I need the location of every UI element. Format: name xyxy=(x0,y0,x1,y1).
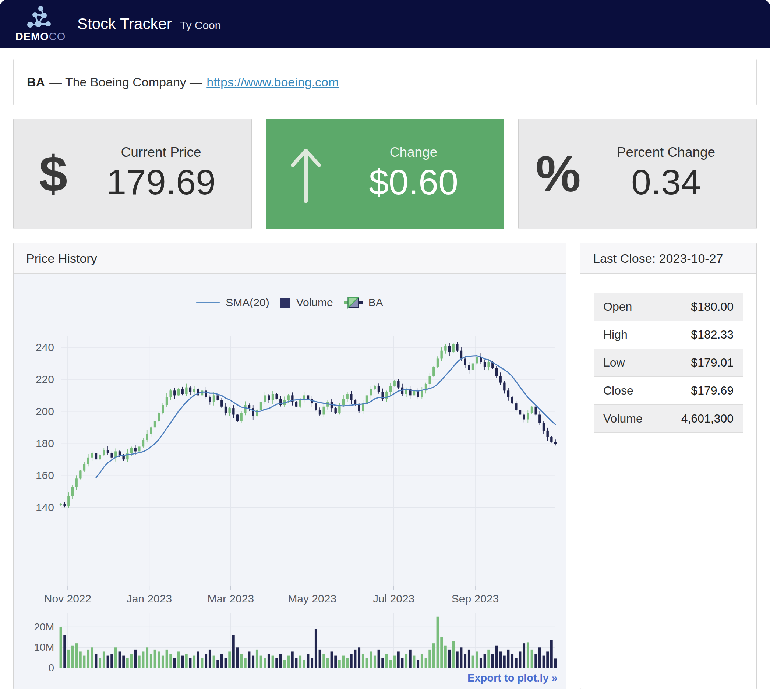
last-close-title: Last Close: 2023-10-27 xyxy=(593,251,723,266)
svg-text:0: 0 xyxy=(48,662,54,674)
candlestick-swatch xyxy=(344,295,362,310)
price-history-header: Price History xyxy=(14,243,566,274)
svg-text:240: 240 xyxy=(36,341,54,353)
change-card: Change $0.60 xyxy=(266,118,504,229)
change-value: $0.60 xyxy=(369,162,458,203)
ticker-bar: BA — The Boeing Company — https://www.bo… xyxy=(13,59,757,105)
page: DEMOCO Stock Tracker Ty Coon BA — The Bo… xyxy=(0,0,770,700)
last-close-panel: Last Close: 2023-10-27 Open $180.00 High… xyxy=(580,243,757,689)
legend-item-ba[interactable]: BA xyxy=(344,295,383,310)
svg-text:May 2023: May 2023 xyxy=(288,593,336,605)
svg-text:140: 140 xyxy=(36,501,54,513)
percent-change-value: 0.34 xyxy=(631,162,701,203)
legend-label-sma: SMA(20) xyxy=(226,296,269,309)
company-url-link[interactable]: https://www.boeing.com xyxy=(207,75,339,89)
table-row-low: Low $179.01 xyxy=(594,349,743,377)
legend-item-volume[interactable]: Volume xyxy=(280,296,333,309)
last-close-header: Last Close: 2023-10-27 xyxy=(581,243,756,274)
svg-text:220: 220 xyxy=(36,373,54,385)
legend-item-sma[interactable]: SMA(20) xyxy=(196,296,269,309)
current-price-card: $ Current Price 179.69 xyxy=(13,118,252,229)
svg-text:Nov 2022: Nov 2022 xyxy=(44,593,91,605)
current-price-label: Current Price xyxy=(121,145,201,160)
price-history-title: Price History xyxy=(26,251,97,266)
table-row-close: Close $179.69 xyxy=(594,377,743,405)
svg-text:160: 160 xyxy=(36,469,54,482)
percent-change-card: % Percent Change 0.34 xyxy=(518,118,757,229)
price-history-chart-area: SMA(20) Volume BA xyxy=(14,274,566,689)
change-label: Change xyxy=(390,145,438,160)
svg-text:Jul 2023: Jul 2023 xyxy=(373,593,414,605)
last-close-table: Open $180.00 High $182.33 Low $179.01 Cl… xyxy=(594,293,743,433)
price-history-chart[interactable]: Nov 2022Jan 2023Mar 2023May 2023Jul 2023… xyxy=(14,274,566,689)
volume-swatch xyxy=(280,298,290,308)
chart-legend: SMA(20) Volume BA xyxy=(14,295,566,310)
current-price-value: 179.69 xyxy=(107,162,216,203)
svg-text:20M: 20M xyxy=(34,621,54,633)
app-header: DEMOCO Stock Tracker Ty Coon xyxy=(0,0,770,48)
svg-text:Mar 2023: Mar 2023 xyxy=(207,593,254,605)
export-plotly-link[interactable]: Export to plot.ly » xyxy=(467,672,558,684)
svg-text:Jan 2023: Jan 2023 xyxy=(127,593,172,605)
price-history-panel: Price History SMA(20) Volume xyxy=(13,243,566,689)
legend-label-ba: BA xyxy=(369,296,383,309)
table-row-high: High $182.33 xyxy=(594,321,743,349)
logo-text: DEMOCO xyxy=(15,31,66,43)
molecule-icon xyxy=(26,5,55,30)
svg-text:180: 180 xyxy=(36,437,54,449)
arrow-up-icon xyxy=(284,142,328,205)
svg-text:200: 200 xyxy=(36,405,54,417)
page-subtitle: Ty Coon xyxy=(180,19,221,32)
page-title: Stock Tracker xyxy=(77,15,172,33)
table-row-volume: Volume 4,601,300 xyxy=(594,405,743,433)
ticker-symbol: BA xyxy=(27,75,45,89)
legend-label-volume: Volume xyxy=(296,296,333,309)
table-row-open: Open $180.00 xyxy=(594,293,743,321)
stats-row: $ Current Price 179.69 Change $0.60 xyxy=(13,118,757,229)
ticker-company: — The Boeing Company — xyxy=(49,75,202,89)
percent-change-label: Percent Change xyxy=(617,145,715,160)
last-close-body: Open $180.00 High $182.33 Low $179.01 Cl… xyxy=(581,274,756,451)
dollar-icon: $ xyxy=(39,145,67,203)
main-row: Price History SMA(20) Volume xyxy=(13,243,757,689)
percent-icon: % xyxy=(535,145,581,203)
sma-line-swatch xyxy=(196,302,220,303)
logo: DEMOCO xyxy=(15,5,66,43)
svg-text:10M: 10M xyxy=(34,642,54,653)
svg-text:Sep 2023: Sep 2023 xyxy=(451,593,499,605)
